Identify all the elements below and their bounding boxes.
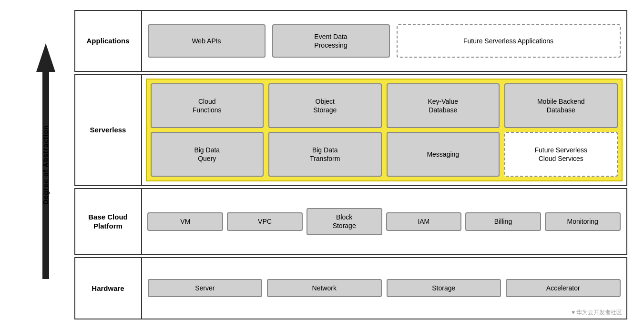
big-data-transform-box: Big DataTransform — [268, 132, 382, 177]
vm-box: VM — [147, 212, 223, 230]
event-data-processing-box: Event DataProcessing — [272, 24, 390, 58]
arrow-container: Degree of Abstraction — [34, 41, 58, 289]
svg-marker-1 — [36, 43, 55, 72]
future-serverless-apps-box: Future Serverless Applications — [397, 24, 621, 58]
diagram-container: Degree of Abstraction Applications Web A… — [17, 10, 627, 319]
billing-box: Billing — [465, 212, 541, 230]
serverless-yellow-box: CloudFunctions ObjectStorage Key-ValueDa… — [146, 79, 623, 181]
serverless-label: Serverless — [75, 75, 142, 185]
cloud-functions-box: CloudFunctions — [151, 83, 264, 128]
mobile-backend-database-box: Mobile BackendDatabase — [504, 83, 618, 128]
big-data-query-box: Big DataQuery — [151, 132, 264, 177]
iam-box: IAM — [386, 212, 462, 230]
base-cloud-content: VM VPC BlockStorage IAM Billing Monitori… — [142, 189, 626, 254]
object-storage-box: ObjectStorage — [268, 83, 382, 128]
server-box: Server — [148, 279, 263, 297]
watermark: ♥ 华为云开发者社区 — [572, 309, 622, 317]
serverless-row-1: CloudFunctions ObjectStorage Key-ValueDa… — [151, 83, 618, 128]
serverless-row-2: Big DataQuery Big DataTransform Messagin… — [151, 132, 618, 177]
vpc-box: VPC — [227, 212, 303, 230]
base-cloud-label: Base CloudPlatform — [75, 189, 142, 254]
serverless-content: CloudFunctions ObjectStorage Key-ValueDa… — [142, 75, 626, 185]
accelerator-box: Accelerator — [506, 279, 621, 297]
key-value-database-box: Key-ValueDatabase — [387, 83, 500, 128]
arrow-label: Degree of Abstraction — [42, 125, 50, 204]
right-column: Applications Web APIs Event DataProcessi… — [74, 10, 627, 319]
web-apis-box: Web APIs — [148, 24, 266, 58]
applications-tier: Applications Web APIs Event DataProcessi… — [74, 10, 627, 72]
hardware-content: Server Network Storage Accelerator — [142, 258, 626, 319]
applications-content: Web APIs Event DataProcessing Future Ser… — [142, 11, 626, 71]
monitoring-box: Monitoring — [545, 212, 621, 230]
network-box: Network — [267, 279, 382, 297]
hardware-tier: Hardware Server Network Storage Accelera… — [74, 257, 627, 319]
messaging-box: Messaging — [387, 132, 500, 177]
applications-label: Applications — [75, 11, 142, 71]
block-storage-box: BlockStorage — [307, 208, 382, 235]
serverless-tier: Serverless CloudFunctions ObjectStorage … — [74, 74, 627, 186]
left-column: Degree of Abstraction — [17, 10, 74, 319]
storage-box: Storage — [387, 279, 501, 297]
hardware-label: Hardware — [75, 258, 142, 319]
base-cloud-tier: Base CloudPlatform VM VPC BlockStorage I… — [74, 188, 627, 255]
future-serverless-cloud-box: Future ServerlessCloud Services — [504, 132, 618, 177]
